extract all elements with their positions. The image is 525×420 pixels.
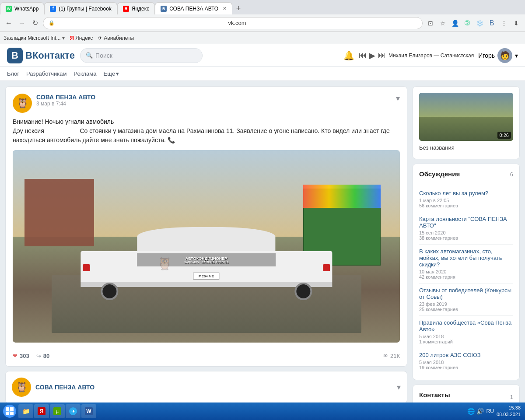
owl-watermark: 🦉 [156, 255, 173, 272]
discussion-title-3[interactable]: Отзывы от победителей (Конкурсы от Совы) [419, 287, 513, 300]
post-header: 🦉 СОВА ПЕНЗА АВТО 3 мар в 7:44 ▾ [13, 94, 400, 113]
bookmark-button[interactable]: ☆ [438, 18, 448, 28]
discussion-title-2[interactable]: В каких автомагазинах, сто, мойках, вы х… [419, 248, 513, 268]
vk-user-menu[interactable]: Игорь 🧑 ▾ [478, 48, 518, 63]
start-button[interactable] [2, 403, 18, 419]
vk-favicon-tab: В [161, 6, 167, 12]
taskbar-clock: 15:38 08.03.2021 [497, 405, 521, 418]
discussion-item-3: Отзывы от победителей (Конкурсы от Совы)… [419, 284, 513, 316]
contacts-label: Контакты [419, 391, 450, 399]
vk-app: В ВКонтакте 🔍 Поиск 🔔 ⏮ ▶ ⏭ Михаил Елиза… [0, 44, 525, 420]
taskbar-telegram-button[interactable]: ✈ [66, 404, 80, 418]
tab-whatsapp[interactable]: W WhatsApp [0, 2, 44, 14]
post-actions: ❤ 303 ↪ 80 👁 21К [13, 348, 400, 359]
vk-header-actions: 🔔 ⏮ ▶ ⏭ Михаил Елизаров — Сатанистская И… [343, 48, 518, 63]
chevron-down-icon: ▾ [116, 70, 119, 77]
tab-yandex[interactable]: Я Яндекс [117, 2, 155, 14]
svg-rect-0 [6, 407, 9, 411]
booth-sign [303, 185, 381, 208]
notifications-bell[interactable]: 🔔 [343, 50, 354, 61]
subnav-developers[interactable]: Разработчикам [26, 70, 66, 77]
taskbar-word-button[interactable]: W [81, 404, 96, 418]
taskbar-right: 🌐 🔊 RU 15:38 08.03.2021 [467, 405, 523, 418]
taskbar-utorrent-button[interactable]: µ [50, 404, 65, 418]
tray-volume-icon[interactable]: 🔊 [476, 408, 484, 415]
wheel-right [294, 283, 312, 300]
tab-close-button[interactable]: ✕ [223, 6, 227, 11]
post-menu-button[interactable]: ▾ [396, 94, 400, 103]
discussion-title-5[interactable]: 200 литров АЗС СОЮЗ [419, 352, 513, 358]
download-button[interactable]: ⬇ [511, 18, 522, 28]
bookmark-microsoft[interactable]: Закладки Microsoft Int... ▾ [4, 35, 65, 41]
tab-facebook[interactable]: f (1) Группы | Facebook [44, 2, 117, 14]
subnav-more[interactable]: Ещё ▾ [104, 70, 119, 77]
discussion-title-4[interactable]: Правила сообщества «Сова Пенза Авто» [419, 319, 513, 332]
like-button[interactable]: ❤ 303 [13, 353, 29, 359]
bookmarks-bar: Закладки Microsoft Int... ▾ Я Яндекс ✈ А… [0, 32, 525, 44]
discussion-title-0[interactable]: Сколько лет вы за рулем? [419, 190, 513, 196]
extensions-button[interactable]: ② [462, 18, 472, 28]
forward-button[interactable]: → [17, 18, 27, 28]
address-bar[interactable]: 🔒 vk.com [43, 17, 423, 29]
subnav-blog[interactable]: Блог [7, 70, 19, 77]
post-avatar[interactable]: 🦉 [13, 94, 32, 113]
share-button[interactable]: ↪ 80 [36, 353, 49, 359]
whatsapp-favicon: W [6, 6, 12, 12]
post2-avatar[interactable]: 🦉 [12, 378, 31, 397]
bookmark-flights[interactable]: ✈ Авиабилеты [98, 35, 134, 41]
subnav-more-label: Ещё [104, 70, 116, 77]
discussion-title-1[interactable]: Карта лояльности "СОВА ПЕНЗА АВТО" [419, 216, 513, 229]
tab-title-vk: СОВА ПЕНЗА АВТО [169, 6, 218, 12]
video-title[interactable]: Без названия [419, 144, 513, 151]
cast-button[interactable]: ⊡ [425, 18, 436, 28]
nav-bar: ← → ↻ 🔒 vk.com ⊡ ☆ 👤 ② ❄️ В ⋮ ⬇ [0, 14, 525, 32]
svg-rect-2 [6, 412, 9, 415]
tab-vk[interactable]: В СОВА ПЕНЗА АВТО ✕ [155, 2, 232, 14]
tab-bar: W WhatsApp f (1) Группы | Facebook Я Янд… [0, 0, 525, 14]
extensions2-button[interactable]: В [486, 18, 497, 28]
browser-chrome: W WhatsApp f (1) Группы | Facebook Я Янд… [0, 0, 525, 44]
back-button[interactable]: ← [4, 18, 14, 28]
video-thumbnail[interactable]: 0:26 [419, 93, 513, 141]
lock-icon: 🔒 [49, 20, 55, 26]
heart-icon: ❤ [13, 353, 18, 359]
discussion-item-2: В каких автомагазинах, сто, мойках, вы х… [419, 245, 513, 284]
vk-search-bar[interactable]: 🔍 Поиск [80, 48, 203, 63]
weather-button[interactable]: ❄️ [474, 18, 485, 28]
vk-logo-icon: В [7, 48, 23, 63]
post2-author[interactable]: СОВА ПЕНЗА АВТО [35, 384, 392, 391]
new-tab-button[interactable]: + [232, 2, 245, 14]
discussions-title: Обсуждения [419, 170, 460, 178]
vk-avatar: 🧑 [497, 48, 512, 63]
vk-subnav: Блог Разработчикам Реклама Ещё ▾ [0, 67, 525, 81]
post2-menu-button[interactable]: ▾ [397, 382, 401, 392]
taskbar-language[interactable]: RU [486, 408, 494, 414]
tray-network-icon[interactable]: 🌐 [467, 408, 475, 415]
profile-button[interactable]: 👤 [450, 18, 460, 28]
car-cabin [137, 227, 275, 251]
vk-logo[interactable]: В ВКонтакте [7, 48, 75, 63]
taskbar-explorer-button[interactable]: 📁 [18, 404, 33, 418]
taskbar-yandex-button[interactable]: Я [34, 404, 49, 418]
refresh-button[interactable]: ↻ [30, 18, 40, 28]
address-text: vk.com [57, 20, 417, 26]
car-container: АВТОКОНДИЦИОНЕР ЗАПРАВКА, ЗАМЕНА ФРЕОНА … [80, 227, 332, 300]
taskbar-tray: 🌐 🔊 [467, 408, 484, 415]
eye-icon: 👁 [383, 353, 388, 359]
prev-track-button[interactable]: ⏮ [359, 51, 367, 60]
tab-title-whatsapp: WhatsApp [14, 6, 38, 12]
discussion-meta-5: 5 мая 2018 19 комментариев [419, 360, 513, 370]
vk-sidebar: 0:26 Без названия Обсуждения 6 Сколько л… [413, 86, 520, 420]
vk-header: В ВКонтакте 🔍 Поиск 🔔 ⏮ ▶ ⏭ Михаил Елиза… [0, 44, 525, 67]
car-undercarriage [80, 282, 332, 287]
play-button[interactable]: ▶ [369, 51, 375, 60]
discussion-meta-4: 5 мая 2018 1 комментарий [419, 334, 513, 344]
clock-time: 15:38 [497, 405, 521, 411]
discussions-count: 6 [510, 171, 513, 178]
subnav-ads[interactable]: Реклама [74, 70, 96, 77]
bookmark-yandex[interactable]: Я Яндекс [70, 35, 93, 41]
post-author[interactable]: СОВА ПЕНЗА АВТО [36, 94, 392, 101]
discussion-item-5: 200 литров АЗС СОЮЗ 5 мая 2018 19 коммен… [419, 348, 513, 374]
next-track-button[interactable]: ⏭ [378, 51, 386, 60]
more-button[interactable]: ⋮ [499, 18, 509, 28]
